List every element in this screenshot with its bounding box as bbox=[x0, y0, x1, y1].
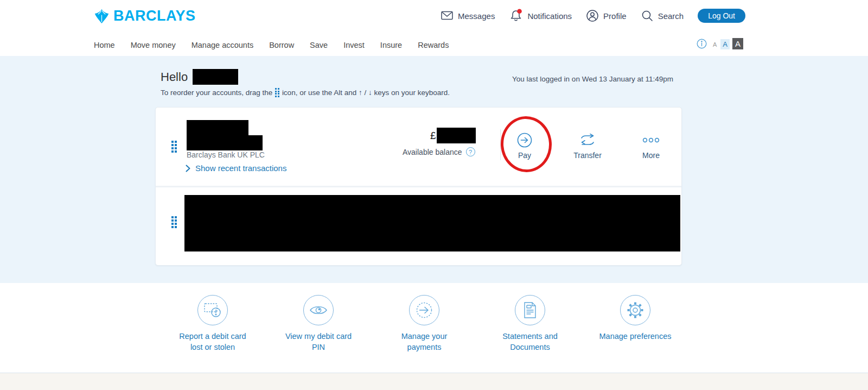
bell-icon bbox=[509, 9, 523, 23]
nav-item-invest[interactable]: Invest bbox=[343, 41, 365, 49]
nav-item-save[interactable]: Save bbox=[310, 41, 328, 49]
account-rows-divider bbox=[156, 186, 681, 187]
more-label: More bbox=[642, 151, 660, 160]
more-dots-icon bbox=[642, 131, 660, 149]
nav-item-insure[interactable]: Insure bbox=[380, 41, 402, 49]
arrow-circle-icon bbox=[409, 295, 439, 325]
pay-arrow-circle-icon bbox=[517, 131, 532, 149]
accounts-card: Barclays Bank UK PLC Show recent transac… bbox=[155, 107, 682, 266]
chevron-right-icon bbox=[186, 165, 190, 172]
transfer-button[interactable]: Transfer bbox=[563, 131, 612, 160]
search-label: Search bbox=[658, 11, 684, 21]
manage-preferences-button[interactable]: Manage preferences bbox=[586, 295, 684, 342]
card-alert-icon bbox=[197, 295, 228, 325]
bank-name: Barclays Bank UK PLC bbox=[187, 150, 265, 159]
show-recent-transactions-link[interactable]: Show recent transactions bbox=[186, 163, 286, 173]
reorder-hint: To reorder your accounts, drag the icon,… bbox=[161, 88, 450, 97]
quick-action-label: View my debit card PIN bbox=[270, 331, 367, 353]
nav-item-manage-accounts[interactable]: Manage accounts bbox=[192, 41, 253, 49]
notification-unread-dot bbox=[518, 9, 522, 14]
drag-handle-account-2[interactable] bbox=[171, 216, 177, 228]
messages-button[interactable]: Messages bbox=[441, 9, 495, 22]
top-bar-actions: Messages Notifications bbox=[441, 9, 745, 23]
info-icon[interactable] bbox=[697, 39, 707, 49]
profile-label: Profile bbox=[603, 11, 627, 21]
statements-documents-button[interactable]: Statements and Documents bbox=[481, 295, 579, 353]
document-icon bbox=[515, 295, 545, 325]
transfer-arrows-icon bbox=[579, 131, 596, 149]
search-icon bbox=[641, 9, 654, 22]
profile-button[interactable]: Profile bbox=[586, 9, 627, 22]
font-size-large-button[interactable]: A bbox=[732, 38, 743, 49]
redacted-account-number bbox=[187, 135, 263, 150]
balance-help-icon[interactable]: ? bbox=[466, 147, 475, 156]
currency-symbol: £ bbox=[430, 130, 436, 142]
search-button[interactable]: Search bbox=[641, 9, 684, 22]
nav-list: Home Move money Manage accounts Borrow S… bbox=[94, 34, 449, 56]
top-bar: BARCLAYS Messages bbox=[0, 0, 868, 34]
page-footer bbox=[0, 373, 868, 390]
nav-item-rewards[interactable]: Rewards bbox=[418, 41, 449, 49]
messages-label: Messages bbox=[458, 11, 495, 21]
balance-label-row: Available balance ? bbox=[403, 147, 475, 156]
barclays-logo[interactable]: BARCLAYS bbox=[94, 8, 196, 24]
accessibility-tools: A A A bbox=[697, 38, 743, 49]
manage-payments-button[interactable]: Manage your payments bbox=[375, 295, 473, 353]
more-button[interactable]: More bbox=[627, 131, 675, 160]
redacted-balance-value bbox=[437, 128, 476, 143]
reorder-hint-after: icon, or use the Alt and ↑ / ↓ keys on y… bbox=[282, 89, 450, 97]
greeting-text: Hello bbox=[161, 70, 188, 84]
quick-action-label: Statements and Documents bbox=[481, 331, 579, 353]
drag-handle-icon-inline bbox=[275, 88, 279, 97]
transfer-label: Transfer bbox=[573, 151, 602, 160]
main-nav: Home Move money Manage accounts Borrow S… bbox=[0, 34, 868, 56]
quick-actions-bar: Report a debit card lost or stolen View … bbox=[0, 283, 868, 373]
nav-item-move-money[interactable]: Move money bbox=[131, 41, 176, 49]
font-size-medium-button[interactable]: A bbox=[720, 39, 730, 49]
notifications-button[interactable]: Notifications bbox=[509, 9, 572, 23]
eye-icon bbox=[303, 295, 334, 325]
quick-action-label: Manage preferences bbox=[586, 331, 684, 342]
profile-icon bbox=[586, 9, 599, 22]
notifications-label: Notifications bbox=[527, 11, 572, 21]
balance-amount: £ bbox=[430, 128, 476, 143]
barclays-online-banking-page: BARCLAYS Messages bbox=[0, 0, 868, 390]
pay-label: Pay bbox=[518, 151, 531, 160]
redacted-account-name bbox=[187, 120, 248, 135]
reorder-hint-before: To reorder your accounts, drag the bbox=[161, 89, 272, 97]
quick-action-label: Manage your payments bbox=[375, 331, 473, 353]
last-login-status: You last logged in on Wed 13 January at … bbox=[512, 75, 673, 83]
font-size-controls: A A A bbox=[712, 38, 743, 49]
nav-item-home[interactable]: Home bbox=[94, 41, 115, 49]
drag-handle-account-1[interactable] bbox=[171, 141, 177, 153]
view-debit-card-pin-button[interactable]: View my debit card PIN bbox=[270, 295, 367, 353]
barclays-wordmark: BARCLAYS bbox=[113, 8, 196, 24]
log-out-button[interactable]: Log Out bbox=[698, 9, 745, 23]
greeting: Hello bbox=[161, 69, 238, 85]
show-recent-transactions-label: Show recent transactions bbox=[195, 163, 286, 173]
quick-action-label: Report a debit card lost or stolen bbox=[164, 331, 261, 353]
pay-button[interactable]: Pay bbox=[500, 131, 549, 160]
gear-icon bbox=[620, 295, 650, 325]
font-size-small-button[interactable]: A bbox=[712, 40, 718, 49]
redacted-customer-name bbox=[193, 69, 238, 85]
available-balance-label: Available balance bbox=[403, 148, 462, 156]
nav-item-borrow[interactable]: Borrow bbox=[269, 41, 294, 49]
report-debit-card-button[interactable]: Report a debit card lost or stolen bbox=[164, 295, 261, 353]
redacted-account-2 bbox=[184, 195, 680, 251]
barclays-eagle-icon bbox=[94, 9, 110, 24]
envelope-icon bbox=[441, 9, 454, 22]
accounts-overview-content: Hello To reorder your accounts, drag the… bbox=[0, 56, 868, 283]
